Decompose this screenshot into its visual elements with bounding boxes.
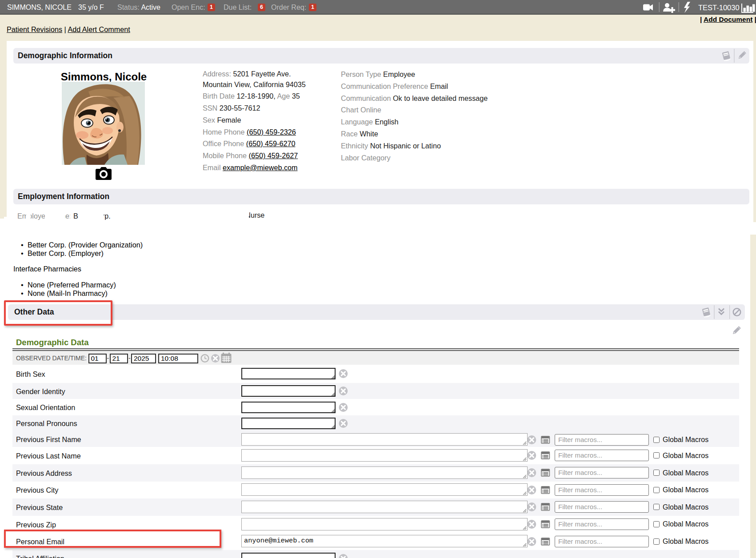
svg-text:TEST-10030: TEST-10030	[698, 4, 740, 12]
